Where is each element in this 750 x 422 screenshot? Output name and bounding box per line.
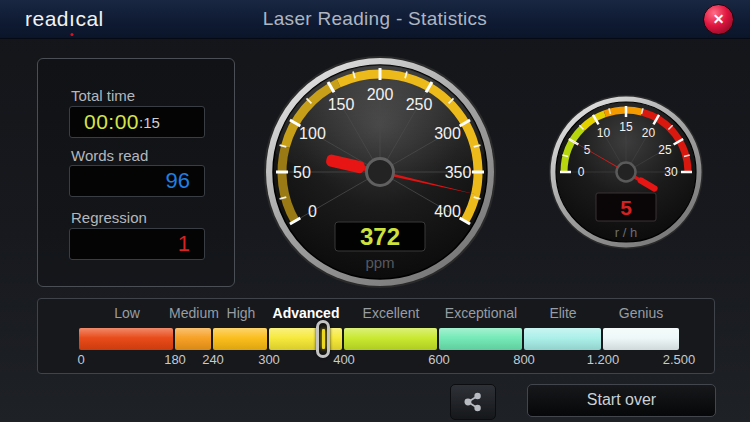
stats-panel: Total time 00:00 :15 Words read 96 Regre… — [37, 58, 235, 287]
tier-label-exceptional: Exceptional — [445, 305, 517, 321]
svg-text:0: 0 — [578, 165, 585, 179]
gauge-hub — [367, 159, 394, 186]
top-bar: readıcal Laser Reading - Statistics ✕ — [0, 0, 750, 39]
scale-segment-medium — [175, 328, 211, 350]
regression-label: Regression — [71, 209, 147, 226]
share-icon — [462, 391, 484, 413]
words-read-label: Words read — [71, 147, 148, 164]
svg-text:150: 150 — [328, 96, 355, 113]
scale-segment-exceptional — [439, 328, 522, 350]
total-time-field: 00:00 :15 — [69, 106, 205, 138]
tier-label-elite: Elite — [549, 305, 576, 321]
speed-display-value: 372 — [360, 223, 400, 250]
svg-text:30: 30 — [664, 165, 678, 179]
tier-label-medium: Medium — [169, 305, 219, 321]
scale-bar — [79, 328, 679, 350]
total-time-label: Total time — [71, 87, 135, 104]
words-read-field: 96 — [69, 165, 205, 197]
scale-tick-0: 0 — [77, 352, 84, 367]
regression-value: 1 — [70, 231, 204, 257]
reading-speed-gauge: 0 50 100 150 200 250 300 350 400 372 ppm — [260, 52, 500, 292]
scale-tick-800: 800 — [513, 352, 535, 367]
regression-display-value: 5 — [620, 196, 632, 219]
scale-position-marker[interactable] — [316, 320, 330, 358]
svg-text:15: 15 — [619, 120, 633, 134]
svg-text:400: 400 — [434, 203, 461, 220]
svg-text:250: 250 — [406, 96, 433, 113]
svg-text:10: 10 — [597, 126, 611, 140]
svg-text:0: 0 — [308, 203, 317, 220]
start-over-button[interactable]: Start over — [527, 384, 716, 417]
tier-label-excellent: Excellent — [363, 305, 420, 321]
tier-label-low: Low — [114, 305, 140, 321]
tier-label-high: High — [227, 305, 256, 321]
words-read-value: 96 — [70, 168, 204, 194]
scale-tick-2500: 2.500 — [663, 352, 696, 367]
svg-text:100: 100 — [299, 125, 326, 142]
tier-label-genius: Genius — [619, 305, 663, 321]
scale-segment-low — [79, 328, 173, 350]
svg-text:50: 50 — [293, 164, 311, 181]
svg-text:20: 20 — [642, 126, 656, 140]
regression-field: 1 — [69, 228, 205, 260]
svg-text:25: 25 — [658, 143, 672, 157]
total-time-seconds: :15 — [139, 114, 160, 131]
laser-reading-statistics-screen: readıcal Laser Reading - Statistics ✕ To… — [0, 0, 750, 422]
tier-label-advanced: Advanced — [273, 305, 340, 321]
scale-tick-300: 300 — [258, 352, 280, 367]
scale-tick-600: 600 — [428, 352, 450, 367]
regression-unit-label: r / h — [615, 225, 637, 240]
scale-tick-400: 400 — [333, 352, 355, 367]
regression-rate-gauge: 0 5 10 15 20 25 30 5 r / h — [546, 92, 706, 252]
scale-segment-advanced — [269, 328, 342, 350]
close-button[interactable]: ✕ — [703, 4, 734, 35]
scale-segment-elite — [524, 328, 601, 350]
scale-segment-high — [213, 328, 267, 350]
speed-unit-label: ppm — [365, 254, 394, 271]
total-time-value: 00:00 — [84, 110, 139, 134]
svg-text:200: 200 — [367, 86, 394, 103]
scale-tick-240: 240 — [202, 352, 224, 367]
svg-text:300: 300 — [434, 125, 461, 142]
level-scale-panel: Low Medium High Advanced Excellent Excep… — [37, 298, 715, 374]
share-button[interactable] — [450, 384, 496, 420]
page-title: Laser Reading - Statistics — [0, 0, 750, 38]
gauge-hub — [617, 163, 636, 182]
scale-segment-excellent — [344, 328, 437, 350]
svg-text:350: 350 — [445, 164, 472, 181]
scale-tick-1200: 1.200 — [587, 352, 620, 367]
scale-marker-slot — [322, 329, 325, 349]
scale-tick-180: 180 — [164, 352, 186, 367]
scale-segment-genius — [603, 328, 679, 350]
